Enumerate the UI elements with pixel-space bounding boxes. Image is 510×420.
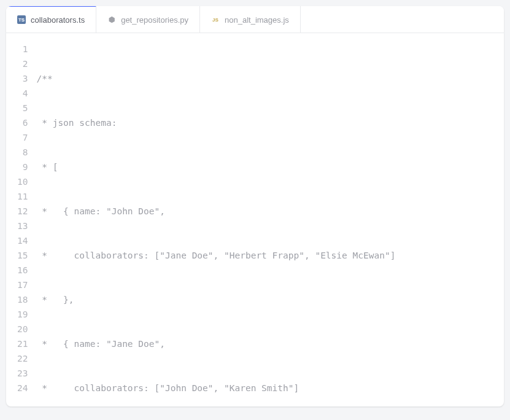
code-content[interactable]: /** * json schema: * [ * { name: "John D… [36,42,504,406]
line-number: 21 [17,336,28,351]
line-number: 1 [17,42,28,56]
line-number: 12 [17,204,28,219]
line-number: 19 [17,307,28,322]
tab-label: non_alt_images.js [225,15,289,25]
tab-collaborators-ts[interactable]: TS collaborators.ts [6,6,96,33]
line-number: 23 [17,366,28,381]
line-number: 2 [17,56,28,71]
code-area[interactable]: 123456789101112131415161718192021222324 … [6,33,504,406]
line-number: 10 [17,174,28,189]
code-line: * [ [36,160,504,174]
py-icon: ⬢ [107,15,116,24]
line-number: 16 [17,263,28,278]
line-number: 15 [17,248,28,263]
line-number: 20 [17,322,28,336]
line-number: 14 [17,233,28,248]
line-number: 24 [17,381,28,395]
tab-label: get_repositories.py [121,15,188,25]
code-line: * collaborators: ["John Doe", "Karen Smi… [36,381,504,395]
code-line: /** [36,71,504,86]
tab-bar: TS collaborators.ts ⬢ get_repositories.p… [6,6,504,33]
code-line: * }, [36,292,504,307]
line-number-gutter: 123456789101112131415161718192021222324 [6,42,36,406]
code-line: * collaborators: ["Jane Doe", "Herbert F… [36,248,504,263]
line-number: 5 [17,101,28,115]
tab-non-alt-images-js[interactable]: JS non_alt_images.js [200,6,301,33]
line-number: 4 [17,86,28,101]
line-number: 7 [17,130,28,145]
line-number: 6 [17,115,28,130]
line-number: 3 [17,71,28,86]
code-line: * { name: "John Doe", [36,204,504,219]
code-line: * { name: "Jane Doe", [36,336,504,351]
line-number: 11 [17,189,28,204]
tab-label: collaborators.ts [31,15,85,25]
code-line: * json schema: [36,115,504,130]
ts-icon: TS [17,15,26,24]
line-number: 17 [17,278,28,292]
line-number: 8 [17,145,28,160]
code-editor: TS collaborators.ts ⬢ get_repositories.p… [6,6,504,406]
tab-get-repositories-py[interactable]: ⬢ get_repositories.py [96,6,200,33]
js-icon: JS [211,15,220,24]
line-number: 9 [17,160,28,174]
line-number: 13 [17,219,28,233]
line-number: 18 [17,292,28,307]
line-number: 22 [17,351,28,366]
